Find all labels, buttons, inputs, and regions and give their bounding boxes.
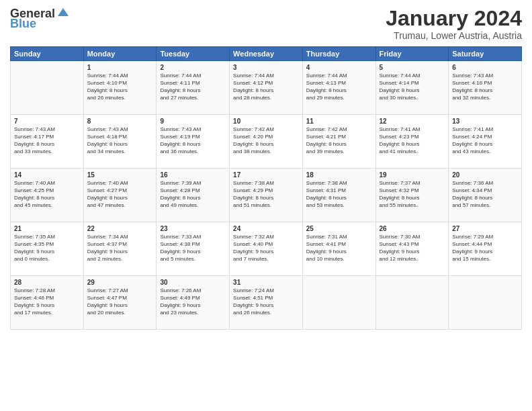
cell-w4-d6 — [449, 276, 522, 330]
cell-w0-d5: 5Sunrise: 7:44 AM Sunset: 4:14 PM Daylig… — [375, 61, 449, 115]
day-number: 26 — [380, 225, 445, 232]
cell-w3-d6: 27Sunrise: 7:29 AM Sunset: 4:44 PM Dayli… — [449, 222, 522, 276]
day-info: Sunrise: 7:40 AM Sunset: 4:27 PM Dayligh… — [87, 180, 153, 209]
cell-w1-d1: 8Sunrise: 7:43 AM Sunset: 4:18 PM Daylig… — [83, 115, 157, 169]
day-info: Sunrise: 7:43 AM Sunset: 4:18 PM Dayligh… — [87, 126, 153, 155]
day-info: Sunrise: 7:44 AM Sunset: 4:11 PM Dayligh… — [160, 73, 226, 101]
cell-w0-d4: 4Sunrise: 7:44 AM Sunset: 4:13 PM Daylig… — [302, 61, 375, 115]
day-number: 5 — [380, 64, 445, 71]
cell-w4-d1: 29Sunrise: 7:27 AM Sunset: 4:47 PM Dayli… — [83, 276, 157, 330]
day-number: 22 — [87, 225, 153, 232]
calendar-table: Sunday Monday Tuesday Wednesday Thursday… — [10, 46, 522, 330]
day-info: Sunrise: 7:44 AM Sunset: 4:13 PM Dayligh… — [306, 73, 372, 101]
cell-w0-d1: 1Sunrise: 7:44 AM Sunset: 4:10 PM Daylig… — [83, 61, 157, 115]
header-monday: Monday — [83, 47, 157, 61]
day-number: 8 — [87, 118, 153, 125]
day-info: Sunrise: 7:36 AM Sunset: 4:34 PM Dayligh… — [452, 180, 518, 209]
day-number: 24 — [233, 225, 299, 232]
day-info: Sunrise: 7:42 AM Sunset: 4:21 PM Dayligh… — [306, 126, 372, 155]
day-info: Sunrise: 7:41 AM Sunset: 4:23 PM Dayligh… — [380, 126, 445, 155]
day-info: Sunrise: 7:44 AM Sunset: 4:14 PM Dayligh… — [380, 73, 445, 101]
header-thursday: Thursday — [302, 47, 375, 61]
day-number: 4 — [306, 64, 372, 71]
cell-w4-d3: 31Sunrise: 7:24 AM Sunset: 4:51 PM Dayli… — [230, 276, 303, 330]
day-info: Sunrise: 7:39 AM Sunset: 4:28 PM Dayligh… — [160, 180, 226, 209]
day-info: Sunrise: 7:34 AM Sunset: 4:37 PM Dayligh… — [87, 234, 153, 263]
day-info: Sunrise: 7:24 AM Sunset: 4:51 PM Dayligh… — [233, 287, 299, 316]
logo-icon — [56, 7, 70, 20]
day-info: Sunrise: 7:42 AM Sunset: 4:20 PM Dayligh… — [233, 126, 299, 155]
day-info: Sunrise: 7:43 AM Sunset: 4:16 PM Dayligh… — [452, 73, 518, 101]
cell-w2-d3: 17Sunrise: 7:38 AM Sunset: 4:29 PM Dayli… — [230, 169, 303, 222]
day-info: Sunrise: 7:31 AM Sunset: 4:41 PM Dayligh… — [306, 234, 372, 263]
title-block: January 2024 Trumau, Lower Austria, Aust… — [386, 7, 522, 41]
day-number: 1 — [87, 64, 153, 71]
day-number: 15 — [87, 171, 153, 179]
day-info: Sunrise: 7:32 AM Sunset: 4:40 PM Dayligh… — [233, 234, 299, 263]
header-friday: Friday — [375, 47, 449, 61]
day-number: 17 — [233, 171, 299, 179]
day-info: Sunrise: 7:38 AM Sunset: 4:29 PM Dayligh… — [233, 180, 299, 209]
svg-marker-0 — [58, 8, 69, 16]
cell-w4-d0: 28Sunrise: 7:28 AM Sunset: 4:46 PM Dayli… — [11, 276, 84, 330]
cell-w0-d3: 3Sunrise: 7:44 AM Sunset: 4:12 PM Daylig… — [230, 61, 303, 115]
cell-w1-d5: 12Sunrise: 7:41 AM Sunset: 4:23 PM Dayli… — [375, 115, 449, 169]
day-number: 18 — [306, 171, 372, 179]
cell-w1-d6: 13Sunrise: 7:41 AM Sunset: 4:24 PM Dayli… — [449, 115, 522, 169]
cell-w2-d0: 14Sunrise: 7:40 AM Sunset: 4:25 PM Dayli… — [11, 169, 84, 222]
day-info: Sunrise: 7:38 AM Sunset: 4:31 PM Dayligh… — [306, 180, 372, 209]
day-number: 9 — [160, 118, 226, 125]
header-saturday: Saturday — [449, 47, 522, 61]
day-info: Sunrise: 7:30 AM Sunset: 4:43 PM Dayligh… — [380, 234, 445, 263]
cell-w3-d3: 24Sunrise: 7:32 AM Sunset: 4:40 PM Dayli… — [230, 222, 303, 276]
day-number: 27 — [452, 225, 518, 232]
header-sunday: Sunday — [11, 47, 84, 61]
page: General Blue January 2024 Trumau, Lower … — [0, 0, 532, 411]
week-row-1: 7Sunrise: 7:43 AM Sunset: 4:17 PM Daylig… — [11, 115, 522, 169]
day-info: Sunrise: 7:40 AM Sunset: 4:25 PM Dayligh… — [14, 180, 80, 209]
day-info: Sunrise: 7:37 AM Sunset: 4:32 PM Dayligh… — [380, 180, 445, 209]
week-row-4: 28Sunrise: 7:28 AM Sunset: 4:46 PM Dayli… — [11, 276, 522, 330]
cell-w2-d4: 18Sunrise: 7:38 AM Sunset: 4:31 PM Dayli… — [302, 169, 375, 222]
cell-w3-d1: 22Sunrise: 7:34 AM Sunset: 4:37 PM Dayli… — [83, 222, 157, 276]
cell-w4-d2: 30Sunrise: 7:26 AM Sunset: 4:49 PM Dayli… — [157, 276, 230, 330]
cell-w2-d1: 15Sunrise: 7:40 AM Sunset: 4:27 PM Dayli… — [83, 169, 157, 222]
header-wednesday: Wednesday — [230, 47, 303, 61]
day-number: 7 — [14, 118, 80, 125]
day-number: 3 — [233, 64, 299, 71]
day-number: 10 — [233, 118, 299, 125]
header-tuesday: Tuesday — [157, 47, 230, 61]
day-number: 23 — [160, 225, 226, 232]
header-row: Sunday Monday Tuesday Wednesday Thursday… — [11, 47, 522, 61]
cell-w0-d6: 6Sunrise: 7:43 AM Sunset: 4:16 PM Daylig… — [449, 61, 522, 115]
cell-w3-d5: 26Sunrise: 7:30 AM Sunset: 4:43 PM Dayli… — [375, 222, 449, 276]
day-number: 12 — [380, 118, 445, 125]
day-number: 28 — [14, 279, 80, 286]
day-number: 25 — [306, 225, 372, 232]
day-info: Sunrise: 7:26 AM Sunset: 4:49 PM Dayligh… — [160, 287, 226, 316]
day-info: Sunrise: 7:35 AM Sunset: 4:35 PM Dayligh… — [14, 234, 80, 263]
day-info: Sunrise: 7:33 AM Sunset: 4:38 PM Dayligh… — [160, 234, 226, 263]
day-number: 16 — [160, 171, 226, 179]
cell-w1-d2: 9Sunrise: 7:43 AM Sunset: 4:19 PM Daylig… — [157, 115, 230, 169]
cell-w1-d4: 11Sunrise: 7:42 AM Sunset: 4:21 PM Dayli… — [302, 115, 375, 169]
week-row-2: 14Sunrise: 7:40 AM Sunset: 4:25 PM Dayli… — [11, 169, 522, 222]
cell-w2-d6: 20Sunrise: 7:36 AM Sunset: 4:34 PM Dayli… — [449, 169, 522, 222]
day-info: Sunrise: 7:29 AM Sunset: 4:44 PM Dayligh… — [452, 234, 518, 263]
day-info: Sunrise: 7:27 AM Sunset: 4:47 PM Dayligh… — [87, 287, 153, 316]
cell-w2-d2: 16Sunrise: 7:39 AM Sunset: 4:28 PM Dayli… — [157, 169, 230, 222]
cell-w3-d4: 25Sunrise: 7:31 AM Sunset: 4:41 PM Dayli… — [302, 222, 375, 276]
cell-w4-d4 — [302, 276, 375, 330]
cell-w1-d3: 10Sunrise: 7:42 AM Sunset: 4:20 PM Dayli… — [230, 115, 303, 169]
day-info: Sunrise: 7:43 AM Sunset: 4:17 PM Dayligh… — [14, 126, 80, 155]
day-number: 29 — [87, 279, 153, 286]
day-number: 13 — [452, 118, 518, 125]
header: General Blue January 2024 Trumau, Lower … — [10, 7, 522, 41]
day-info: Sunrise: 7:43 AM Sunset: 4:19 PM Dayligh… — [160, 126, 226, 155]
day-number: 31 — [233, 279, 299, 286]
logo-blue: Blue — [10, 17, 36, 30]
cell-w0-d2: 2Sunrise: 7:44 AM Sunset: 4:11 PM Daylig… — [157, 61, 230, 115]
day-number: 21 — [14, 225, 80, 232]
day-info: Sunrise: 7:44 AM Sunset: 4:10 PM Dayligh… — [87, 73, 153, 101]
calendar-title: January 2024 — [386, 7, 522, 30]
